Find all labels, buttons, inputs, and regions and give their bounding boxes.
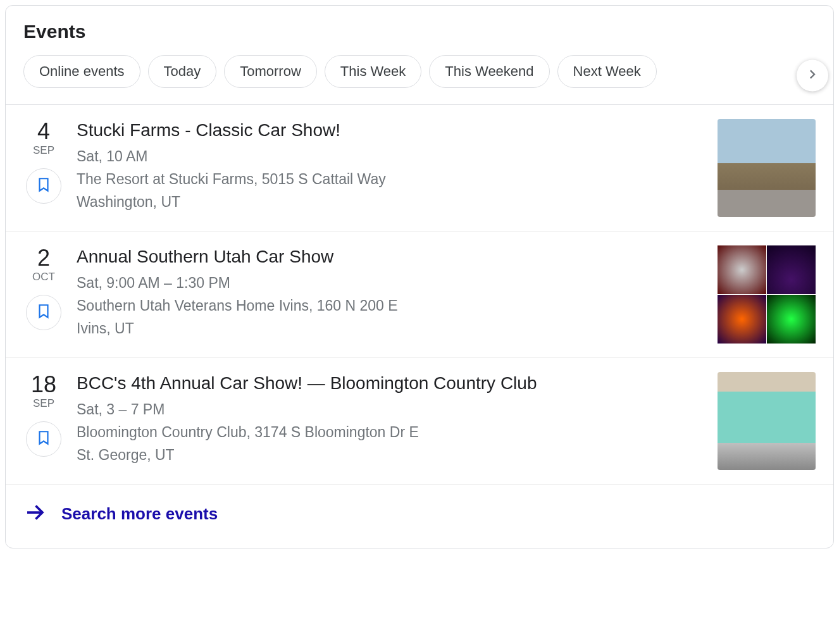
filter-chip-next-week[interactable]: Next Week: [557, 55, 657, 88]
search-more-link[interactable]: Search more events: [6, 485, 833, 548]
event-month: SEP: [33, 144, 54, 157]
event-day: 4: [37, 119, 50, 144]
event-item[interactable]: 4 SEP Stucki Farms - Classic Car Show! S…: [6, 105, 833, 232]
events-title: Events: [23, 21, 816, 42]
event-item[interactable]: 18 SEP BCC's 4th Annual Car Show! — Bloo…: [6, 358, 833, 485]
event-time: Sat, 3 – 7 PM: [77, 399, 705, 421]
bookmark-icon: [35, 176, 52, 195]
event-time: Sat, 10 AM: [77, 146, 705, 168]
event-content: BCC's 4th Annual Car Show! — Bloomington…: [77, 372, 705, 466]
bookmark-button[interactable]: [26, 295, 61, 330]
filter-chip-this-weekend[interactable]: This Weekend: [429, 55, 549, 88]
event-title: Stucki Farms - Classic Car Show!: [77, 119, 705, 142]
events-card: Events Online events Today Tomorrow This…: [5, 5, 834, 548]
event-item[interactable]: 2 OCT Annual Southern Utah Car Show Sat,…: [6, 232, 833, 358]
event-time: Sat, 9:00 AM – 1:30 PM: [77, 272, 705, 295]
event-month: OCT: [32, 271, 55, 283]
filter-scroll-right-button[interactable]: [797, 60, 828, 92]
event-thumbnail: [718, 245, 816, 344]
event-city: Ivins, UT: [77, 318, 705, 340]
filter-chip-today[interactable]: Today: [148, 55, 217, 88]
chevron-right-icon: [804, 66, 821, 86]
event-date-column: 2 OCT: [23, 245, 64, 330]
arrow-right-icon: [23, 501, 46, 526]
bookmark-button[interactable]: [26, 421, 61, 457]
event-day: 2: [37, 245, 50, 271]
event-thumbnail: [718, 119, 816, 217]
bookmark-icon: [35, 430, 52, 449]
search-more-label: Search more events: [61, 504, 218, 524]
event-title: BCC's 4th Annual Car Show! — Bloomington…: [77, 372, 705, 395]
event-day: 18: [31, 372, 56, 397]
event-content: Stucki Farms - Classic Car Show! Sat, 10…: [77, 119, 705, 213]
bookmark-icon: [35, 303, 52, 322]
bookmark-button[interactable]: [26, 168, 61, 204]
event-address: Bloomington Country Club, 3174 S Bloomin…: [77, 421, 705, 444]
filter-chip-online-events[interactable]: Online events: [23, 55, 140, 88]
event-city: St. George, UT: [77, 444, 705, 467]
event-date-column: 18 SEP: [23, 372, 64, 457]
event-thumbnail: [718, 372, 816, 470]
events-header: Events: [6, 6, 833, 42]
event-city: Washington, UT: [77, 191, 705, 214]
filter-chip-tomorrow[interactable]: Tomorrow: [224, 55, 317, 88]
event-date-column: 4 SEP: [23, 119, 64, 204]
event-address: The Resort at Stucki Farms, 5015 S Catta…: [77, 168, 705, 191]
filter-chip-this-week[interactable]: This Week: [325, 55, 422, 88]
event-title: Annual Southern Utah Car Show: [77, 245, 705, 268]
filter-row: Online events Today Tomorrow This Week T…: [6, 55, 833, 105]
event-address: Southern Utah Veterans Home Ivins, 160 N…: [77, 295, 705, 318]
event-content: Annual Southern Utah Car Show Sat, 9:00 …: [77, 245, 705, 340]
event-month: SEP: [33, 397, 54, 410]
